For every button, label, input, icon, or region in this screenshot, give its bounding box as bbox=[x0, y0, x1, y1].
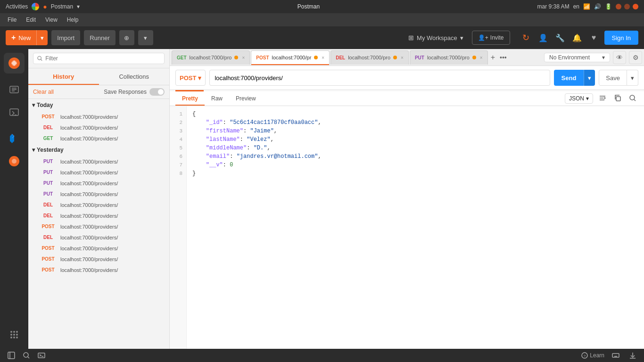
format-selector[interactable]: JSON ▾ bbox=[565, 93, 593, 104]
save-responses-toggle[interactable] bbox=[149, 88, 165, 96]
list-item[interactable]: POST localhost:7000/providers/ bbox=[28, 111, 169, 122]
code-content[interactable]: { "_id": "5c6c14cac117870cf0aa0acc", "fi… bbox=[187, 106, 644, 349]
sidebar-postman-logo[interactable] bbox=[4, 53, 25, 74]
person-icon-btn[interactable]: 👤 bbox=[537, 31, 550, 44]
runner-button[interactable]: Runner bbox=[84, 30, 116, 45]
activities-label[interactable]: Activities bbox=[6, 3, 28, 10]
search-bottom-icon[interactable] bbox=[21, 350, 32, 361]
svg-rect-24 bbox=[8, 352, 15, 359]
list-item[interactable]: POST localhost:7000/providers/ bbox=[28, 243, 169, 254]
system-bar-center: Postman bbox=[297, 3, 320, 10]
send-button-group: Send ▾ bbox=[554, 70, 595, 86]
method-selector[interactable]: POST ▾ bbox=[175, 70, 206, 86]
search-in-response-button[interactable] bbox=[627, 93, 638, 104]
word-wrap-button[interactable] bbox=[597, 93, 608, 104]
send-dropdown-button[interactable]: ▾ bbox=[584, 70, 595, 86]
console-icon[interactable] bbox=[36, 350, 47, 361]
sync-button[interactable]: ↻ bbox=[520, 31, 533, 44]
save-button[interactable]: Save bbox=[599, 70, 627, 86]
bell-icon-btn[interactable]: 🔔 bbox=[570, 31, 584, 44]
tab-history[interactable]: History bbox=[28, 68, 99, 85]
tab-close-2[interactable]: × bbox=[401, 55, 404, 60]
tab-preview[interactable]: Preview bbox=[229, 91, 263, 106]
code-line-2: "_id": "5c6c14cac117870cf0aa0acc", bbox=[192, 118, 638, 127]
environment-selector[interactable]: No Environment ▾ bbox=[544, 53, 610, 62]
learn-link[interactable]: ? Learn bbox=[581, 352, 604, 359]
minimize-btn[interactable] bbox=[616, 4, 621, 9]
list-item[interactable]: DEL localhost:7000/providers/ bbox=[28, 210, 169, 221]
invite-button[interactable]: 👤+ Invite bbox=[472, 31, 510, 45]
sidebar-icon-terminal[interactable] bbox=[4, 102, 25, 123]
history-group-yesterday[interactable]: ▾ Yesterday bbox=[28, 144, 169, 156]
list-item[interactable]: PUT localhost:7000/providers/ bbox=[28, 189, 169, 199]
add-tab-button[interactable]: + bbox=[489, 53, 497, 62]
tab-raw[interactable]: Raw bbox=[205, 91, 229, 106]
list-item[interactable]: GET localhost:7000/providers/ bbox=[28, 133, 169, 144]
tab-close-1[interactable]: × bbox=[322, 55, 324, 60]
new-btn-main[interactable]: + New bbox=[6, 30, 37, 45]
sidebar-icon-postman-red[interactable] bbox=[4, 151, 25, 172]
menu-help[interactable]: Help bbox=[63, 16, 83, 24]
list-item[interactable]: POST localhost:7000/providers/ bbox=[28, 264, 169, 275]
sidebar-icon-apps[interactable] bbox=[4, 324, 25, 345]
line-num-2: 2 bbox=[170, 118, 186, 127]
list-item[interactable]: PUT localhost:7000/providers/ bbox=[28, 167, 169, 178]
toolbar-arrow-button[interactable]: ▾ bbox=[138, 30, 153, 45]
send-button[interactable]: Send bbox=[554, 70, 584, 86]
history-group-today[interactable]: ▾ Today bbox=[28, 99, 169, 111]
list-item[interactable]: POST localhost:7000/providers/ bbox=[28, 221, 169, 232]
list-item[interactable]: DEL localhost:7000/providers/ bbox=[28, 232, 169, 243]
import-button[interactable]: Import bbox=[51, 30, 80, 45]
request-tab-0[interactable]: GET localhost:7000/pro × bbox=[172, 50, 250, 65]
env-settings-button[interactable]: ⚙ bbox=[629, 51, 642, 64]
list-item[interactable]: PUT localhost:7000/providers/ bbox=[28, 178, 169, 189]
app-menu-arrow[interactable]: ▾ bbox=[77, 3, 80, 10]
main-content: GET localhost:7000/pro × POST localhost:… bbox=[170, 49, 644, 349]
url-input[interactable] bbox=[209, 70, 550, 86]
heart-icon-btn[interactable]: ♥ bbox=[587, 31, 601, 44]
bottom-right: ? Learn bbox=[581, 350, 638, 361]
svg-point-12 bbox=[16, 331, 18, 333]
save-dropdown-button[interactable]: ▾ bbox=[627, 70, 638, 86]
tab-pretty[interactable]: Pretty bbox=[175, 91, 205, 106]
workspace-selector[interactable]: ⊞ My Workspace ▾ bbox=[404, 32, 468, 43]
code-line-8: } bbox=[192, 169, 638, 178]
menu-view[interactable]: View bbox=[41, 16, 61, 24]
search-response-icon bbox=[629, 94, 636, 102]
request-tab-3[interactable]: PUT localhost:7000/pro × bbox=[410, 50, 488, 65]
list-item[interactable]: DEL localhost:7000/providers/ bbox=[28, 122, 169, 133]
list-item[interactable]: POST localhost:7000/providers/ bbox=[28, 254, 169, 264]
sign-in-button[interactable]: Sign In bbox=[604, 31, 638, 45]
request-tab-1[interactable]: POST localhost:7000/pr × bbox=[251, 50, 330, 65]
search-input[interactable] bbox=[45, 55, 160, 62]
sidebar-icon-history[interactable] bbox=[4, 79, 25, 100]
copy-button[interactable] bbox=[612, 93, 623, 104]
menu-file[interactable]: File bbox=[4, 16, 20, 24]
env-eye-button[interactable]: 👁 bbox=[613, 51, 626, 64]
maximize-btn[interactable] bbox=[624, 4, 630, 9]
tab-url-3: localhost:7000/pro bbox=[427, 55, 470, 60]
vscode-sidebar-icon bbox=[8, 133, 20, 144]
request-tab-2[interactable]: DEL localhost:7000/pro × bbox=[330, 50, 409, 65]
wrench-icon-btn[interactable]: 🔧 bbox=[553, 31, 567, 44]
method-badge-del: DEL bbox=[40, 234, 57, 240]
close-btn[interactable] bbox=[633, 4, 638, 9]
more-tabs-button[interactable]: ••• bbox=[498, 54, 509, 61]
tab-collections[interactable]: Collections bbox=[99, 68, 170, 85]
sidebar-icon-vscode[interactable] bbox=[4, 128, 25, 149]
new-button[interactable]: + New ▾ bbox=[6, 30, 48, 45]
new-btn-dropdown[interactable]: ▾ bbox=[37, 30, 48, 45]
sidebar-toggle-icon[interactable] bbox=[6, 350, 17, 361]
download-icon[interactable] bbox=[627, 350, 638, 361]
wifi-icon: 📶 bbox=[583, 3, 590, 10]
clear-all-button[interactable]: Clear all bbox=[33, 89, 54, 95]
menu-edit[interactable]: Edit bbox=[22, 16, 40, 24]
history-url: localhost:7000/providers/ bbox=[60, 256, 118, 262]
history-url: localhost:7000/providers/ bbox=[60, 114, 118, 120]
extra-toolbar-button[interactable]: ⊕ bbox=[119, 30, 134, 45]
keyboard-icon[interactable] bbox=[610, 350, 621, 361]
list-item[interactable]: DEL localhost:7000/providers/ bbox=[28, 199, 169, 210]
tab-close-3[interactable]: × bbox=[480, 55, 483, 60]
tab-close-0[interactable]: × bbox=[242, 55, 245, 60]
list-item[interactable]: PUT localhost:7000/providers/ bbox=[28, 156, 169, 167]
